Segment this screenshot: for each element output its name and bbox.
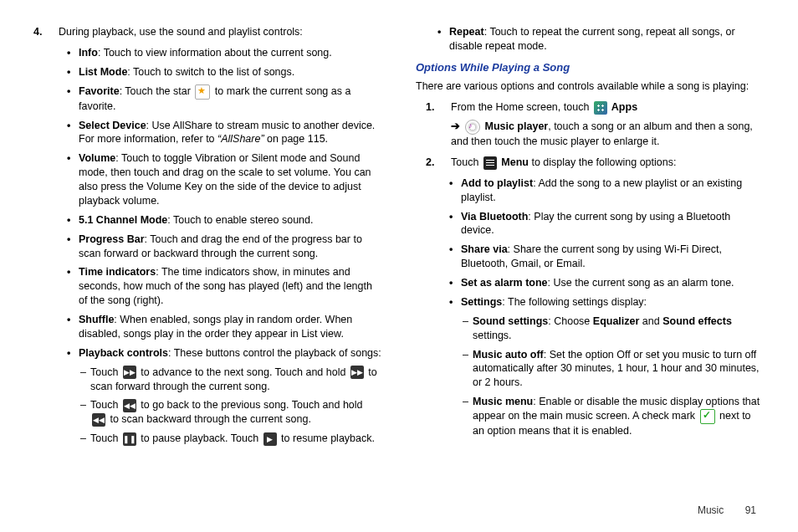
step-4: 4. During playback, use the sound and pl… [33, 25, 382, 39]
label: Time indicators [79, 266, 156, 278]
page-footer: Music 91 [698, 504, 756, 517]
text: : Choose [548, 315, 593, 327]
step-body: From the Home screen, touch Apps ➔ Music… [451, 100, 765, 149]
step-number: 1. [426, 100, 451, 149]
label: Repeat [449, 26, 484, 38]
label: Settings [461, 296, 502, 308]
text: Touch [90, 432, 121, 444]
label: 5.1 Channel Mode [79, 214, 167, 226]
bullet-set-alarm: Set as alarm tone: Use the current song … [453, 276, 765, 290]
bullet-time-indicators: Time indicators: The time indicators sho… [70, 265, 382, 308]
next-icon: ▶▶ [350, 366, 364, 379]
bullet-info: Info: Touch to view information about th… [70, 46, 382, 60]
text: From the Home screen, touch [451, 101, 592, 113]
bullet-share-via: Share via: Share the current song by usi… [453, 243, 765, 271]
dash-music-menu: Music menu: Enable or disable the music … [463, 395, 765, 438]
left-column: 4. During playback, use the sound and pl… [33, 25, 382, 451]
text: : Touch to switch to the list of songs. [127, 66, 294, 78]
apps-icon [594, 101, 607, 115]
step-text: During playback, use the sound and playl… [59, 25, 382, 39]
play-icon: ▶ [263, 432, 277, 446]
label: Info [79, 47, 98, 59]
ref: “AllShare” [217, 133, 264, 145]
prev-icon: ◀◀ [92, 413, 105, 427]
eq: Equalizer [593, 315, 640, 327]
text: : The following settings display: [502, 296, 647, 308]
intro-text: There are various options and controls a… [416, 79, 765, 94]
text: on page 115. [264, 133, 328, 145]
bullet-select-device: Select Device: Use AllShare to stream mu… [70, 119, 382, 147]
next-icon: ▶▶ [123, 366, 136, 379]
apps-label: Apps [609, 101, 637, 113]
step-body: Touch Menu to display the following opti… [451, 156, 765, 170]
dash-music-auto-off: Music auto off: Set the option Off or se… [463, 348, 765, 391]
bullet-settings: Settings: The following settings display… [453, 295, 765, 309]
text: : Touch to enable stereo sound. [167, 214, 313, 226]
section-heading: Options While Playing a Song [416, 60, 765, 75]
footer-section: Music [698, 504, 724, 516]
bullet-list-mode: List Mode: Touch to switch to the list o… [70, 65, 382, 79]
bullet-channel-mode: 5.1 Channel Mode: Touch to enable stereo… [70, 213, 382, 228]
label: Progress Bar [79, 233, 145, 245]
dash-next: Touch ▶▶ to advance to the next song. To… [80, 366, 382, 394]
label: Music auto off [473, 349, 544, 361]
bullet-playback-controls: Playback controls: These buttons control… [70, 346, 382, 361]
page-number: 91 [745, 504, 756, 516]
text: : Touch to toggle Vibration or Silent mo… [79, 152, 371, 207]
text: and [639, 315, 662, 327]
text: to scan backward through the current son… [107, 413, 311, 425]
text: : When enabled, songs play in random ord… [79, 314, 352, 340]
text: : Touch to repeat the current song, repe… [449, 26, 735, 52]
step-number: 4. [33, 25, 59, 39]
text: : Use the current song as an alarm tone. [548, 277, 734, 289]
step-2: 2. Touch Menu to display the following o… [416, 156, 765, 170]
bullet-volume: Volume: Touch to toggle Vibration or Sil… [70, 151, 382, 208]
label: Music menu [473, 396, 533, 407]
arrow-icon: ➔ [451, 120, 460, 134]
bullet-progress-bar: Progress Bar: Touch and drag the end of … [70, 233, 382, 261]
label: Add to playlist [461, 177, 533, 189]
label: Playback controls [79, 347, 168, 359]
text: Touch [90, 366, 121, 378]
label: Set as alarm tone [461, 277, 548, 289]
text: : Touch to view information about the cu… [98, 47, 332, 59]
label: List Mode [79, 66, 127, 78]
label: Sound settings [473, 315, 548, 327]
checkmark-icon [700, 409, 715, 424]
text: : Touch the star [120, 85, 194, 97]
step-1: 1. From the Home screen, touch Apps ➔ Mu… [416, 100, 765, 149]
label: Shuffle [79, 314, 114, 325]
menu-icon [483, 156, 497, 170]
fx: Sound effects [662, 315, 732, 327]
bullet-add-playlist: Add to playlist: Add the song to a new p… [453, 176, 765, 205]
label: Favorite [79, 85, 120, 97]
menu-label: Menu [499, 156, 529, 168]
bullet-repeat: Repeat: Touch to repeat the current song… [441, 25, 765, 54]
text: settings. [473, 330, 512, 341]
step-number: 2. [426, 156, 451, 170]
label: Share via [461, 243, 508, 255]
text: to pause playback. Touch [138, 432, 262, 444]
dash-pause: Touch ❚❚ to pause playback. Touch ▶ to r… [80, 432, 382, 446]
right-column: Repeat: Touch to repeat the current song… [416, 25, 765, 451]
label: Via Bluetooth [461, 211, 528, 223]
text: Touch [451, 156, 482, 168]
dash-sound-settings: Sound settings: Choose Equalizer and Sou… [463, 315, 765, 343]
bullet-shuffle: Shuffle: When enabled, songs play in ran… [70, 313, 382, 341]
text: : These buttons control the playback of … [168, 347, 381, 359]
label: Select Device [79, 120, 146, 131]
prev-icon: ◀◀ [123, 399, 136, 412]
music-player-label: Music player [482, 120, 548, 132]
bullet-via-bluetooth: Via Bluetooth: Play the current song by … [453, 210, 765, 238]
label: Volume [79, 152, 115, 164]
text: Touch [90, 399, 121, 411]
pause-icon: ❚❚ [123, 432, 136, 446]
dash-prev: Touch ◀◀ to go back to the previous song… [80, 398, 382, 427]
star-icon [195, 84, 210, 100]
music-player-icon [465, 120, 480, 135]
text: to advance to the next song. Touch and h… [138, 366, 349, 378]
text: to go back to the previous song. Touch a… [138, 399, 363, 411]
text: to resume playback. [279, 432, 375, 444]
bullet-favorite: Favorite: Touch the star to mark the cur… [70, 84, 382, 114]
text: to display the following options: [529, 156, 677, 168]
